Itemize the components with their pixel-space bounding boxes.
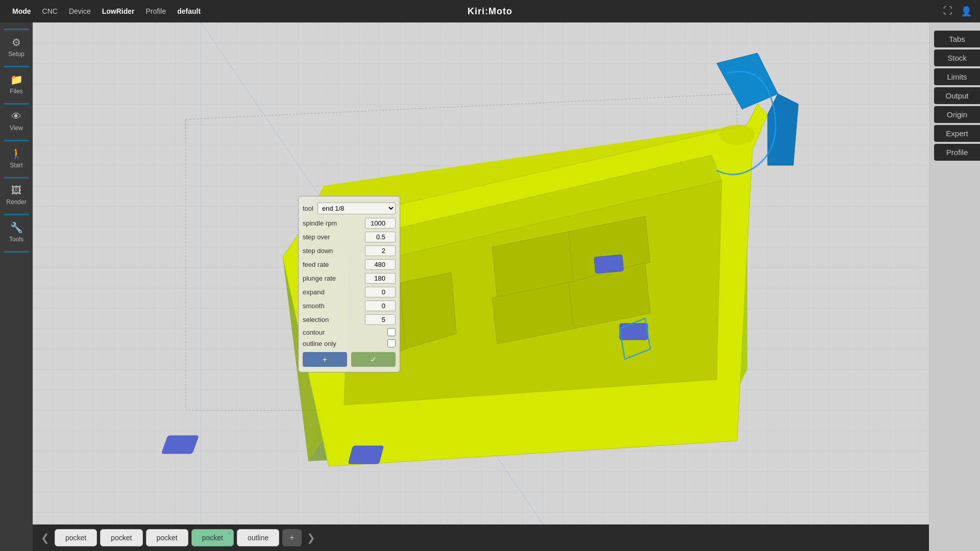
sidebar-item-view[interactable]: 👁 View bbox=[2, 107, 31, 136]
render-label: Render bbox=[6, 198, 26, 206]
right-sidebar: Tabs Stock Limits Output Origin Expert P… bbox=[929, 22, 980, 551]
panel-check-button[interactable]: ✓ bbox=[351, 352, 396, 367]
svg-rect-22 bbox=[348, 446, 383, 464]
spindle-rpm-input[interactable] bbox=[365, 218, 396, 229]
step-over-label: step over bbox=[303, 233, 363, 241]
panel-actions: + ✓ bbox=[299, 349, 400, 368]
tab-pocket-2[interactable]: pocket bbox=[100, 529, 142, 546]
step-down-input[interactable] bbox=[365, 245, 396, 256]
render-icon: 🖼 bbox=[11, 185, 21, 196]
svg-point-26 bbox=[719, 124, 755, 145]
svg-rect-23 bbox=[594, 255, 624, 273]
sidebar-divider-6 bbox=[4, 251, 29, 253]
step-down-label: step down bbox=[303, 247, 363, 255]
sidebar-divider-3 bbox=[4, 140, 29, 141]
sidebar-divider-top bbox=[4, 29, 29, 30]
user-icon[interactable]: 👤 bbox=[961, 6, 972, 17]
tools-icon: 🔧 bbox=[10, 221, 23, 234]
tool-select[interactable]: end 1/8 end 1/4 ball 1/8 ball 1/4 bbox=[317, 203, 396, 214]
tab-outline-1[interactable]: outline bbox=[237, 529, 279, 546]
spindle-rpm-row: spindle rpm bbox=[299, 216, 400, 230]
view-label: View bbox=[10, 124, 23, 132]
sidebar-item-render[interactable]: 🖼 Render bbox=[2, 181, 31, 210]
cnc-button[interactable]: CNC bbox=[38, 5, 62, 17]
sidebar-item-tabs[interactable]: Tabs bbox=[934, 31, 980, 47]
bottom-tab-bar: ❮ pocket pocket pocket pocket ✕ outline … bbox=[33, 524, 929, 551]
topbar: Mode CNC Device LowRider Profile default… bbox=[0, 0, 980, 22]
contour-row: contour bbox=[299, 327, 400, 338]
setup-label: Setup bbox=[8, 51, 24, 58]
svg-rect-24 bbox=[620, 323, 648, 340]
selection-input[interactable] bbox=[365, 314, 396, 325]
sidebar-item-output[interactable]: Output bbox=[934, 87, 980, 104]
viewport[interactable]: tool end 1/8 end 1/4 ball 1/8 ball 1/4 s… bbox=[33, 22, 929, 524]
step-down-row: step down bbox=[299, 244, 400, 258]
start-icon: 🚶 bbox=[10, 147, 23, 160]
outline-only-row: outline only bbox=[299, 338, 400, 349]
expand-row: expand bbox=[299, 285, 400, 299]
tab-scroll-left[interactable]: ❮ bbox=[39, 532, 52, 544]
smooth-input[interactable] bbox=[365, 300, 396, 311]
view-icon: 👁 bbox=[11, 111, 21, 122]
3d-viewport-svg bbox=[33, 22, 929, 524]
tool-label: tool bbox=[303, 205, 313, 212]
selection-label: selection bbox=[303, 316, 363, 323]
tab-add-button[interactable]: + bbox=[282, 529, 301, 546]
gear-icon: ⚙ bbox=[12, 36, 21, 48]
sidebar-item-origin[interactable]: Origin bbox=[934, 106, 980, 123]
device-label: Device bbox=[65, 5, 95, 17]
profile-value[interactable]: default bbox=[173, 5, 205, 17]
tab-pocket-1[interactable]: pocket bbox=[55, 529, 97, 546]
plunge-rate-label: plunge rate bbox=[303, 274, 363, 282]
panel-add-button[interactable]: + bbox=[303, 352, 347, 367]
mode-button[interactable]: Mode bbox=[8, 5, 35, 17]
start-label: Start bbox=[10, 162, 22, 169]
tool-select-row: tool end 1/8 end 1/4 ball 1/8 ball 1/4 bbox=[299, 201, 400, 216]
sidebar-item-tools[interactable]: 🔧 Tools bbox=[2, 217, 31, 247]
device-value[interactable]: LowRider bbox=[98, 5, 139, 17]
sidebar-item-start[interactable]: 🚶 Start bbox=[2, 143, 31, 173]
step-over-row: step over bbox=[299, 230, 400, 244]
tab-close-icon[interactable]: ✕ bbox=[227, 531, 231, 536]
tool-panel: tool end 1/8 end 1/4 ball 1/8 ball 1/4 s… bbox=[298, 196, 400, 372]
smooth-label: smooth bbox=[303, 302, 363, 310]
tab-pocket-4-active[interactable]: pocket ✕ bbox=[191, 529, 234, 546]
expand-label: expand bbox=[303, 288, 363, 296]
sidebar-item-files[interactable]: 📁 Files bbox=[2, 69, 31, 99]
left-sidebar: ⚙ Setup 📁 Files 👁 View 🚶 Start 🖼 Render … bbox=[0, 22, 33, 551]
outline-only-label: outline only bbox=[303, 340, 385, 347]
step-over-input[interactable] bbox=[365, 232, 396, 242]
sidebar-item-profile[interactable]: Profile bbox=[934, 144, 980, 161]
expand-icon[interactable]: ⛶ bbox=[943, 6, 952, 17]
tab-pocket-3[interactable]: pocket bbox=[146, 529, 188, 546]
plunge-rate-input[interactable] bbox=[365, 273, 396, 284]
svg-rect-21 bbox=[161, 436, 199, 454]
sidebar-item-expert[interactable]: Expert bbox=[934, 125, 980, 142]
feed-rate-input[interactable] bbox=[365, 259, 396, 270]
files-icon: 📁 bbox=[10, 73, 23, 86]
sidebar-divider-5 bbox=[4, 214, 29, 215]
plunge-rate-row: plunge rate bbox=[299, 271, 400, 285]
feed-rate-row: feed rate bbox=[299, 258, 400, 271]
sidebar-divider-1 bbox=[4, 66, 29, 67]
tools-label: Tools bbox=[9, 236, 23, 243]
smooth-row: smooth bbox=[299, 299, 400, 313]
selection-row: selection bbox=[299, 313, 400, 327]
expand-input[interactable] bbox=[365, 287, 396, 297]
sidebar-divider-2 bbox=[4, 103, 29, 105]
profile-label: Profile bbox=[141, 5, 170, 17]
outline-only-checkbox[interactable] bbox=[387, 339, 396, 347]
app-title: Kiri:Moto bbox=[468, 6, 512, 17]
sidebar-item-setup[interactable]: ⚙ Setup bbox=[2, 32, 31, 62]
contour-label: contour bbox=[303, 329, 385, 336]
feed-rate-label: feed rate bbox=[303, 261, 363, 268]
spindle-rpm-label: spindle rpm bbox=[303, 219, 363, 227]
sidebar-divider-4 bbox=[4, 177, 29, 179]
tab-scroll-right[interactable]: ❯ bbox=[305, 532, 317, 544]
sidebar-item-stock[interactable]: Stock bbox=[934, 49, 980, 66]
files-label: Files bbox=[10, 88, 22, 95]
sidebar-item-limits[interactable]: Limits bbox=[934, 68, 980, 85]
contour-checkbox[interactable] bbox=[387, 328, 396, 336]
